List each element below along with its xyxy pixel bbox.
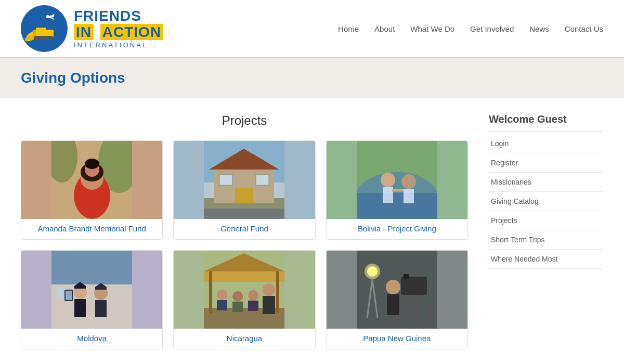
- svg-rect-61: [248, 301, 258, 311]
- svg-point-71: [386, 280, 400, 294]
- project-card-png: Papua New Guinea: [326, 250, 468, 349]
- svg-point-62: [263, 283, 275, 296]
- sidebar-divider: [489, 132, 603, 132]
- svg-rect-72: [387, 294, 399, 315]
- nav-what-we-do[interactable]: What We Do: [410, 24, 454, 33]
- sidebar: Welcome Guest Login Register Missionarie…: [489, 113, 603, 349]
- svg-rect-45: [95, 300, 107, 317]
- project-image-png: [327, 251, 467, 329]
- logo-area: FRIENDS IN ACTION INTERNATIONAL: [21, 5, 165, 52]
- svg-rect-33: [404, 189, 414, 203]
- main-nav: Home About What We Do Get Involved News …: [338, 24, 603, 33]
- svg-rect-23: [235, 188, 253, 203]
- nav-news[interactable]: News: [529, 24, 549, 33]
- logo-in-action: IN ACTION: [74, 24, 165, 41]
- svg-rect-24: [219, 175, 232, 185]
- nav-contact[interactable]: Contact Us: [565, 24, 603, 33]
- svg-rect-31: [383, 187, 393, 203]
- nav-home[interactable]: Home: [338, 24, 359, 33]
- sidebar-link-giving-catalog[interactable]: Giving Catalog: [489, 192, 603, 211]
- svg-rect-26: [204, 209, 284, 219]
- project-link-nicaragua[interactable]: Nicaragua: [174, 334, 315, 343]
- project-card-nicaragua: Nicaragua: [173, 250, 315, 349]
- project-image-moldova: [21, 251, 162, 329]
- svg-rect-8: [34, 36, 54, 40]
- svg-rect-55: [276, 271, 279, 313]
- svg-rect-54: [209, 271, 212, 313]
- page-title-bar: Giving Options: [0, 58, 624, 98]
- project-card-bolivia: Bolivia - Project Giving: [326, 140, 468, 240]
- svg-point-58: [232, 291, 243, 302]
- svg-rect-5: [33, 30, 36, 36]
- sidebar-link-short-term-trips[interactable]: Short-Term Trips: [489, 230, 603, 250]
- svg-rect-4: [36, 28, 46, 33]
- svg-rect-49: [66, 291, 72, 300]
- svg-rect-29: [357, 193, 437, 219]
- sidebar-link-where-needed-most[interactable]: Where Needed Most: [489, 250, 603, 269]
- svg-rect-41: [74, 299, 86, 317]
- svg-rect-59: [232, 302, 243, 312]
- svg-rect-66: [401, 277, 427, 295]
- svg-rect-63: [263, 296, 275, 314]
- logo-international: INTERNATIONAL: [74, 42, 165, 49]
- svg-point-17: [85, 159, 99, 169]
- project-link-general[interactable]: General Fund: [174, 224, 315, 233]
- page-title: Giving Options: [21, 70, 603, 86]
- svg-point-32: [401, 174, 416, 189]
- sidebar-link-login[interactable]: Login: [489, 134, 603, 153]
- main-content: Projects: [0, 98, 624, 364]
- svg-rect-42: [74, 286, 86, 289]
- svg-point-30: [381, 173, 395, 187]
- project-link-moldova[interactable]: Moldova: [21, 334, 162, 343]
- svg-point-60: [248, 290, 258, 301]
- svg-rect-46: [95, 287, 107, 290]
- project-link-amanda[interactable]: Amanda Brandt Memorial Fund: [21, 224, 162, 233]
- sidebar-link-projects[interactable]: Projects: [489, 211, 603, 230]
- svg-point-74: [367, 266, 378, 277]
- nav-about[interactable]: About: [374, 24, 395, 33]
- header: FRIENDS IN ACTION INTERNATIONAL Home Abo…: [0, 0, 624, 58]
- project-image-bolivia: [327, 141, 467, 219]
- svg-rect-39: [51, 251, 132, 284]
- svg-rect-67: [404, 274, 409, 279]
- project-link-bolivia[interactable]: Bolivia - Project Giving: [327, 224, 467, 233]
- projects-heading: Projects: [21, 113, 468, 128]
- projects-section: Projects: [21, 113, 468, 349]
- logo-friends: FRIENDS: [74, 8, 165, 24]
- sidebar-link-missionaries[interactable]: Missionaries: [489, 173, 603, 192]
- svg-point-9: [46, 15, 49, 18]
- project-link-png[interactable]: Papua New Guinea: [327, 334, 467, 343]
- project-card-amanda: Amanda Brandt Memorial Fund: [21, 140, 163, 240]
- project-image-general: [174, 141, 315, 219]
- sidebar-link-register[interactable]: Register: [489, 153, 603, 173]
- logo-icon: [21, 5, 68, 52]
- project-image-nicaragua: [174, 251, 315, 329]
- project-image-amanda: [21, 141, 162, 219]
- project-card-moldova: Moldova: [21, 250, 163, 349]
- svg-rect-25: [256, 175, 269, 185]
- logo-text: FRIENDS IN ACTION INTERNATIONAL: [74, 8, 165, 49]
- svg-point-56: [217, 290, 227, 300]
- project-card-general: General Fund: [173, 140, 315, 240]
- nav-get-involved[interactable]: Get Involved: [470, 24, 514, 33]
- svg-rect-57: [217, 300, 227, 310]
- sidebar-welcome: Welcome Guest: [489, 113, 603, 125]
- projects-grid: Amanda Brandt Memorial Fund: [21, 140, 468, 349]
